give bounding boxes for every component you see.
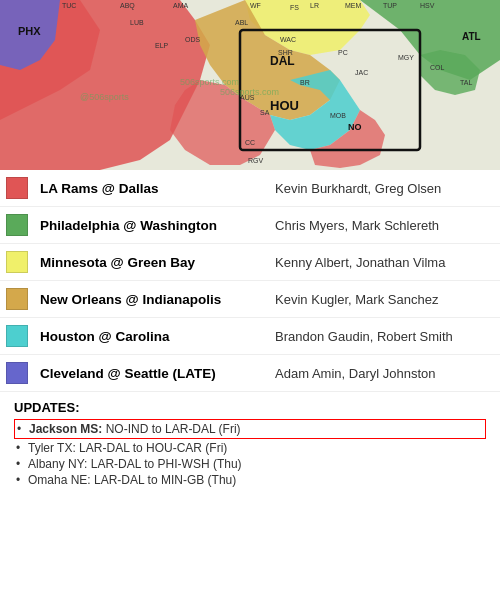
announcers-1: Chris Myers, Mark Schlereth <box>269 207 500 244</box>
color-swatch-1 <box>6 214 28 236</box>
svg-text:ABQ: ABQ <box>120 2 135 10</box>
updates-title: UPDATES: <box>14 400 486 415</box>
svg-text:PC: PC <box>338 49 348 56</box>
svg-text:DAL: DAL <box>270 54 295 68</box>
svg-text:COL: COL <box>430 64 445 71</box>
legend-row: LA Rams @ Dallas Kevin Burkhardt, Greg O… <box>0 170 500 207</box>
svg-text:SHR: SHR <box>278 49 293 56</box>
svg-text:LR: LR <box>310 2 319 9</box>
svg-text:MGY: MGY <box>398 54 414 61</box>
legend-row: Minnesota @ Green Bay Kenny Albert, Jona… <box>0 244 500 281</box>
svg-text:TAL: TAL <box>460 79 472 86</box>
update-item-2: Albany NY: LAR-DAL to PHI-WSH (Thu) <box>14 457 486 471</box>
svg-text:FS: FS <box>290 4 299 11</box>
legend-row: Philadelphia @ Washington Chris Myers, M… <box>0 207 500 244</box>
game-name-0: LA Rams @ Dallas <box>34 170 269 207</box>
color-swatch-4 <box>6 325 28 347</box>
svg-text:BR: BR <box>300 79 310 86</box>
svg-text:WAC: WAC <box>280 36 296 43</box>
svg-text:AUS: AUS <box>240 94 255 101</box>
svg-text:ABL: ABL <box>235 19 248 26</box>
svg-text:WF: WF <box>250 2 261 9</box>
announcers-2: Kenny Albert, Jonathan Vilma <box>269 244 500 281</box>
color-swatch-3 <box>6 288 28 310</box>
announcers-5: Adam Amin, Daryl Johnston <box>269 355 500 392</box>
legend-row: Cleveland @ Seattle (LATE) Adam Amin, Da… <box>0 355 500 392</box>
svg-text:JAC: JAC <box>355 69 368 76</box>
legend-row: New Orleans @ Indianapolis Kevin Kugler,… <box>0 281 500 318</box>
svg-text:TUC: TUC <box>62 2 76 9</box>
svg-text:ATL: ATL <box>462 31 481 42</box>
update-item-1: Tyler TX: LAR-DAL to HOU-CAR (Fri) <box>14 441 486 455</box>
svg-text:ODS: ODS <box>185 36 201 43</box>
svg-text:PHX: PHX <box>18 25 41 37</box>
announcers-0: Kevin Burkhardt, Greg Olsen <box>269 170 500 207</box>
svg-text:ELP: ELP <box>155 42 169 49</box>
svg-text:HSV: HSV <box>420 2 435 9</box>
broadcast-map: DAL HOU PHX ATL NO @506sports 506sports.… <box>0 0 500 170</box>
svg-text:506sports.com: 506sports.com <box>180 77 239 87</box>
legend-row: Houston @ Carolina Brandon Gaudin, Rober… <box>0 318 500 355</box>
game-name-2: Minnesota @ Green Bay <box>34 244 269 281</box>
updates-section: UPDATES: Jackson MS: NO-IND to LAR-DAL (… <box>0 392 500 499</box>
game-name-1: Philadelphia @ Washington <box>34 207 269 244</box>
svg-text:TUP: TUP <box>383 2 397 9</box>
svg-text:MEM: MEM <box>345 2 362 9</box>
game-name-3: New Orleans @ Indianapolis <box>34 281 269 318</box>
color-swatch-2 <box>6 251 28 273</box>
updates-list: Jackson MS: NO-IND to LAR-DAL (Fri)Tyler… <box>14 419 486 487</box>
svg-text:MOB: MOB <box>330 112 346 119</box>
announcers-3: Kevin Kugler, Mark Sanchez <box>269 281 500 318</box>
svg-text:HOU: HOU <box>270 98 299 113</box>
svg-text:LUB: LUB <box>130 19 144 26</box>
svg-text:CC: CC <box>245 139 255 146</box>
svg-text:RGV: RGV <box>248 157 264 164</box>
update-item-0: Jackson MS: NO-IND to LAR-DAL (Fri) <box>14 419 486 439</box>
svg-text:AMA: AMA <box>173 2 189 9</box>
update-item-3: Omaha NE: LAR-DAL to MIN-GB (Thu) <box>14 473 486 487</box>
color-swatch-0 <box>6 177 28 199</box>
svg-text:NO: NO <box>348 122 362 132</box>
svg-text:SA: SA <box>260 109 270 116</box>
game-name-5: Cleveland @ Seattle (LATE) <box>34 355 269 392</box>
svg-text:@506sports: @506sports <box>80 92 129 102</box>
legend-table: LA Rams @ Dallas Kevin Burkhardt, Greg O… <box>0 170 500 392</box>
game-name-4: Houston @ Carolina <box>34 318 269 355</box>
announcers-4: Brandon Gaudin, Robert Smith <box>269 318 500 355</box>
color-swatch-5 <box>6 362 28 384</box>
